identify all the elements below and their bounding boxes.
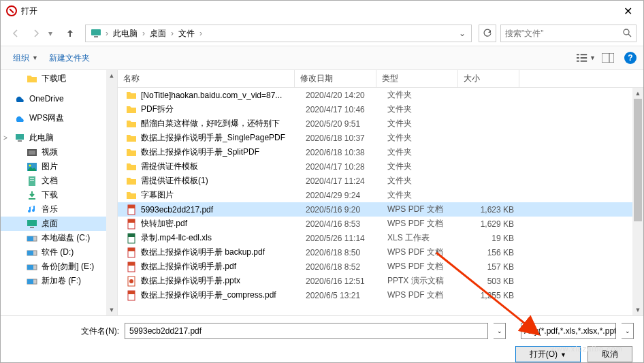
history-dropdown[interactable]: ▾	[48, 29, 58, 38]
file-date: 2020/5/20 9:51	[300, 119, 382, 129]
scroll-thumb[interactable]	[634, 99, 642, 221]
svg-rect-27	[27, 236, 33, 241]
open-button[interactable]: 打开(O)▼	[515, 346, 581, 362]
file-row[interactable]: 醋溜白菜这样做，好吃到爆，还特别下2020/5/20 9:51文件夹	[118, 116, 643, 131]
sidebar-item[interactable]: 图片	[1, 159, 117, 174]
file-row[interactable]: 快转加密.pdf2020/4/16 8:53WPS PDF 文档1,629 KB	[118, 217, 643, 231]
file-row[interactable]: 数据上报操作说明手册_SinglePagePDF2020/6/18 10:37文…	[118, 131, 643, 145]
search-box[interactable]	[500, 25, 637, 42]
sidebar-item-label: 图片	[42, 161, 58, 172]
file-list-body: [NoTitle]haokan.baidu.com_v_vid=87...202…	[118, 88, 643, 315]
search-input[interactable]	[505, 29, 622, 38]
crumb-desktop[interactable]: 桌面	[146, 25, 170, 42]
filename-row: 文件名(N): ⌄ Any(*.pdf,*.xls,*.xlsx,*.ppt,*…	[10, 323, 634, 339]
sidebar-item[interactable]: 软件 (D:)	[1, 245, 117, 259]
filename-input[interactable]	[125, 323, 488, 339]
main-area: 下载吧OneDriveWPS网盘>此电脑视频图片文档下载音乐桌面本地磁盘 (C:…	[1, 70, 643, 315]
file-row[interactable]: 5993ecb2dd217.pdf2020/5/16 9:20WPS PDF 文…	[118, 202, 643, 217]
file-row[interactable]: 字幕图片2020/4/29 9:24文件夹	[118, 188, 643, 202]
file-row[interactable]: 数据上报操作说明手册_SplitPDF2020/6/18 10:38文件夹	[118, 145, 643, 159]
svg-rect-10	[581, 57, 587, 59]
sidebar-item[interactable]: 桌面	[1, 217, 117, 231]
file-type: 文件夹	[382, 189, 464, 201]
file-name: 数据上报操作说明手册.pdf	[141, 261, 300, 272]
search-icon[interactable]	[622, 28, 632, 40]
column-date[interactable]: 修改日期	[295, 70, 376, 87]
filter-combo[interactable]: Any(*.pdf,*.xls,*.xlsx,*.ppt,*.pptx)	[521, 323, 616, 339]
file-type: 文件夹	[382, 118, 464, 129]
sidebar-item[interactable]: OneDrive	[1, 91, 117, 106]
svg-rect-29	[27, 251, 33, 255]
help-button[interactable]: ?	[624, 52, 637, 64]
file-row[interactable]: 数据上报操作说明手册_compress.pdf2020/6/5 13:21WPS…	[118, 288, 643, 302]
scroll-up-icon[interactable]: ▲	[106, 70, 117, 81]
breadcrumb[interactable]: › 此电脑 › 桌面 › 文件 › ⌄	[85, 25, 472, 42]
view-mode-button[interactable]: ▼	[577, 50, 596, 66]
forward-button[interactable]	[28, 25, 44, 42]
file-name: [NoTitle]haokan.baidu.com_v_vid=87...	[141, 91, 300, 100]
filter-dropdown[interactable]: ⌄	[622, 323, 634, 339]
svg-line-5	[628, 34, 631, 37]
column-size[interactable]: 大小	[458, 70, 519, 87]
file-name: 数据上报操作说明手册_compress.pdf	[141, 289, 300, 301]
cancel-button[interactable]: 取消	[587, 346, 632, 362]
file-type: WPS PDF 文档	[382, 247, 464, 258]
file-name: PDF拆分	[141, 104, 300, 115]
file-type: 文件夹	[382, 146, 464, 158]
organize-button[interactable]: 组织▼	[7, 50, 44, 67]
new-folder-button[interactable]: 新建文件夹	[44, 50, 95, 67]
sidebar-item[interactable]: 下载吧	[1, 72, 117, 86]
file-name: 需提供证件模板	[141, 161, 300, 172]
breadcrumb-dropdown[interactable]: ⌄	[455, 29, 470, 38]
scroll-down-icon[interactable]: ▼	[106, 304, 117, 315]
sidebar-item[interactable]: 音乐	[1, 202, 117, 217]
file-name: 需提供证件模板(1)	[141, 175, 300, 187]
refresh-button[interactable]	[479, 25, 496, 42]
sidebar-item[interactable]: 视频	[1, 145, 117, 159]
sidebar-item[interactable]: 备份[勿删] (E:)	[1, 259, 117, 274]
scroll-down-icon[interactable]: ▼	[632, 304, 643, 315]
file-name: 醋溜白菜这样做，好吃到爆，还特别下	[141, 118, 300, 129]
scroll-up-icon[interactable]: ▲	[632, 88, 643, 99]
file-row[interactable]: [NoTitle]haokan.baidu.com_v_vid=87...202…	[118, 88, 643, 102]
file-date: 2020/4/29 9:24	[300, 191, 382, 200]
filelist-scrollbar[interactable]: ▲ ▼	[632, 88, 643, 315]
file-row[interactable]: 录制.mp4-llc-edl.xls2020/5/26 11:14XLS 工作表…	[118, 231, 643, 245]
chevron-down-icon: ▼	[590, 54, 596, 61]
close-button[interactable]: ✕	[613, 1, 643, 21]
sidebar-item[interactable]: 文档	[1, 174, 117, 188]
file-row[interactable]: 需提供证件模板2020/4/17 10:28文件夹	[118, 159, 643, 174]
file-date: 2020/6/18 8:52	[300, 262, 382, 272]
file-size: 1,623 KB	[464, 205, 519, 215]
up-button[interactable]	[62, 25, 78, 42]
filename-dropdown[interactable]: ⌄	[494, 323, 506, 339]
sidebar-item-label: 桌面	[42, 218, 58, 230]
sidebar-item[interactable]: >此电脑	[1, 131, 117, 145]
svg-rect-35	[128, 205, 135, 208]
sidebar-item[interactable]: 新加卷 (F:)	[1, 274, 117, 288]
column-name[interactable]: 名称	[118, 70, 295, 87]
file-list: 名称 修改日期 类型 大小 [NoTitle]haokan.baidu.com_…	[118, 70, 643, 315]
svg-rect-37	[128, 219, 135, 223]
button-row: 打开(O)▼ 取消	[10, 346, 634, 362]
crumb-folder[interactable]: 文件	[174, 25, 199, 42]
sidebar-item-label: 音乐	[42, 204, 58, 215]
sidebar-scrollbar[interactable]: ▲ ▼	[106, 70, 117, 315]
sidebar-item-label: WPS网盘	[29, 112, 64, 124]
sidebar-item[interactable]: WPS网盘	[1, 111, 117, 125]
file-row[interactable]: 需提供证件模板(1)2020/4/17 11:24文件夹	[118, 174, 643, 188]
crumb-root[interactable]: 此电脑	[109, 25, 142, 42]
sidebar-item[interactable]: 本地磁盘 (C:)	[1, 231, 117, 245]
file-row[interactable]: 数据上报操作说明手册 backup.pdf2020/6/18 8:50WPS P…	[118, 245, 643, 259]
svg-rect-39	[128, 234, 135, 237]
sidebar-item[interactable]: 下载	[1, 188, 117, 202]
back-button[interactable]	[7, 25, 24, 42]
column-type[interactable]: 类型	[376, 70, 458, 87]
file-date: 2020/4/16 8:53	[300, 219, 382, 229]
file-row[interactable]: 数据上报操作说明手册.pdf2020/6/18 8:52WPS PDF 文档15…	[118, 259, 643, 274]
file-row[interactable]: 数据上报操作说明手册.pptx2020/6/16 12:51PPTX 演示文稿5…	[118, 274, 643, 288]
file-name: 数据上报操作说明手册 backup.pdf	[141, 247, 300, 258]
svg-point-4	[624, 29, 629, 35]
file-row[interactable]: PDF拆分2020/4/17 10:46文件夹	[118, 102, 643, 116]
preview-pane-button[interactable]	[598, 50, 617, 66]
